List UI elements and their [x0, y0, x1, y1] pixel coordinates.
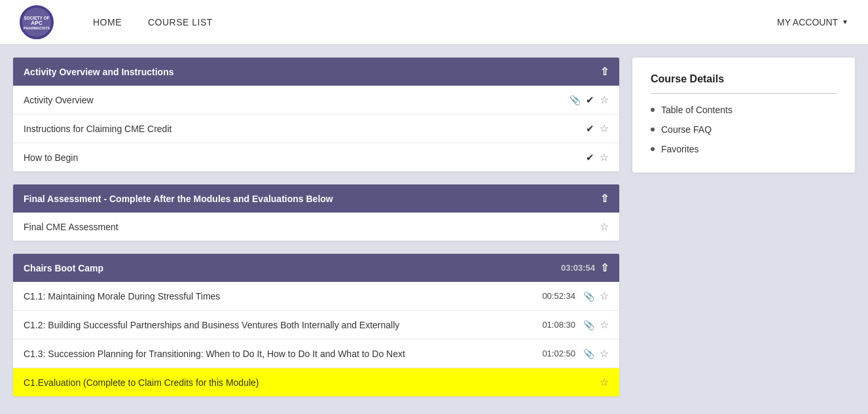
collapse-icon-chairs[interactable]: ⇧ [600, 262, 609, 274]
list-item: Table of Contents [651, 105, 837, 115]
my-account-label: MY ACCOUNT [777, 17, 838, 27]
row-actions: ☆ [600, 376, 609, 388]
link-table-of-contents[interactable]: Table of Contents [661, 105, 732, 115]
paperclip-icon[interactable]: 📎 [583, 291, 594, 302]
section-header-final: Final Assessment - Complete After the Mo… [13, 184, 619, 213]
section-activity-overview: Activity Overview and Instructions ⇧ Act… [13, 58, 619, 171]
header-right-activity: ⇧ [600, 65, 609, 78]
check-icon: ✔ [586, 123, 594, 135]
table-row[interactable]: C1.1: Maintaining Morale During Stressfu… [13, 282, 619, 311]
check-icon: ✔ [586, 94, 594, 106]
row-actions: 01:02:50 📎 ☆ [542, 347, 609, 360]
logo[interactable]: SOCIETY OF APC PHARMACISTS [20, 5, 54, 39]
star-icon[interactable]: ☆ [600, 151, 609, 164]
section-final-assessment: Final Assessment - Complete After the Mo… [13, 184, 619, 241]
header-right-chairs: 03:03:54 ⇧ [561, 262, 609, 274]
row-label: C1.3: Succession Planning for Transition… [24, 349, 542, 359]
star-icon[interactable]: ☆ [600, 122, 609, 135]
list-item: Course FAQ [651, 124, 837, 135]
star-icon[interactable]: ☆ [600, 220, 609, 233]
table-row[interactable]: Instructions for Claiming CME Credit ✔ ☆ [13, 114, 619, 143]
paperclip-icon[interactable]: 📎 [583, 349, 594, 359]
chevron-down-icon: ▼ [842, 18, 848, 26]
star-icon[interactable]: ☆ [600, 94, 609, 106]
section-header-activity: Activity Overview and Instructions ⇧ [13, 58, 619, 86]
paperclip-icon[interactable]: 📎 [570, 95, 581, 105]
link-favorites[interactable]: Favorites [661, 144, 699, 154]
nav-home[interactable]: HOME [93, 17, 122, 27]
svg-text:PHARMACISTS: PHARMACISTS [24, 26, 50, 30]
navbar: SOCIETY OF APC PHARMACISTS HOME COURSE L… [0, 0, 868, 44]
content-area: Activity Overview and Instructions ⇧ Act… [13, 58, 619, 396]
star-icon[interactable]: ☆ [600, 376, 609, 388]
table-row[interactable]: How to Begin ✔ ☆ [13, 143, 619, 171]
row-label: C1.1: Maintaining Morale During Stressfu… [24, 291, 542, 302]
section-timer: 03:03:54 [561, 263, 595, 273]
course-details-title: Course Details [651, 73, 837, 94]
table-row[interactable]: Final CME Assessment ☆ [13, 213, 619, 241]
row-label: Instructions for Claiming CME Credit [24, 124, 586, 134]
star-icon[interactable]: ☆ [600, 319, 609, 331]
list-item: Favorites [651, 144, 837, 154]
nav-links: HOME COURSE LIST [93, 17, 777, 27]
row-label: C1.2: Building Successful Partnerships a… [24, 320, 542, 330]
table-row[interactable]: C1.3: Succession Planning for Transition… [13, 339, 619, 368]
section-header-chairs: Chairs Boot Camp 03:03:54 ⇧ [13, 254, 619, 282]
header-right-final: ⇧ [600, 192, 609, 205]
link-course-faq[interactable]: Course FAQ [661, 124, 712, 135]
row-label: Final CME Assessment [24, 222, 600, 232]
row-label: How to Begin [24, 152, 586, 163]
paperclip-icon[interactable]: 📎 [583, 320, 594, 330]
row-actions: 01:08:30 📎 ☆ [542, 319, 609, 331]
row-actions: ✔ ☆ [586, 122, 609, 135]
row-time: 01:02:50 [542, 349, 575, 358]
my-account-menu[interactable]: MY ACCOUNT ▼ [777, 17, 848, 27]
section-chairs-boot-camp: Chairs Boot Camp 03:03:54 ⇧ C1.1: Mainta… [13, 254, 619, 396]
course-details-card: Course Details Table of Contents Course … [632, 58, 855, 173]
bullet-icon [651, 147, 655, 151]
row-actions: ✔ ☆ [586, 151, 609, 164]
row-label: Activity Overview [24, 95, 570, 105]
table-row[interactable]: C1.2: Building Successful Partnerships a… [13, 311, 619, 339]
sidebar: Course Details Table of Contents Course … [632, 58, 855, 396]
course-details-list: Table of Contents Course FAQ Favorites [651, 105, 837, 154]
section-title-final: Final Assessment - Complete After the Mo… [24, 194, 333, 204]
bullet-icon [651, 128, 655, 131]
main-container: Activity Overview and Instructions ⇧ Act… [0, 44, 868, 409]
row-time: 00:52:34 [542, 291, 575, 301]
bullet-icon [651, 108, 655, 112]
star-icon[interactable]: ☆ [600, 347, 609, 360]
row-actions: 📎 ✔ ☆ [570, 94, 609, 106]
row-time: 01:08:30 [542, 320, 575, 330]
star-icon[interactable]: ☆ [600, 290, 609, 302]
collapse-icon-activity[interactable]: ⇧ [600, 65, 609, 78]
section-title-activity: Activity Overview and Instructions [24, 67, 174, 77]
row-label: C1.Evaluation (Complete to Claim Credits… [24, 377, 600, 388]
section-title-chairs: Chairs Boot Camp [24, 263, 103, 273]
collapse-icon-final[interactable]: ⇧ [600, 192, 609, 205]
table-row[interactable]: C1.Evaluation (Complete to Claim Credits… [13, 368, 619, 396]
nav-course-list[interactable]: COURSE LIST [148, 17, 213, 27]
check-icon: ✔ [586, 152, 594, 164]
table-row[interactable]: Activity Overview 📎 ✔ ☆ [13, 86, 619, 114]
row-actions: 00:52:34 📎 ☆ [542, 290, 609, 302]
svg-text:APC: APC [31, 19, 43, 26]
row-actions: ☆ [600, 220, 609, 233]
